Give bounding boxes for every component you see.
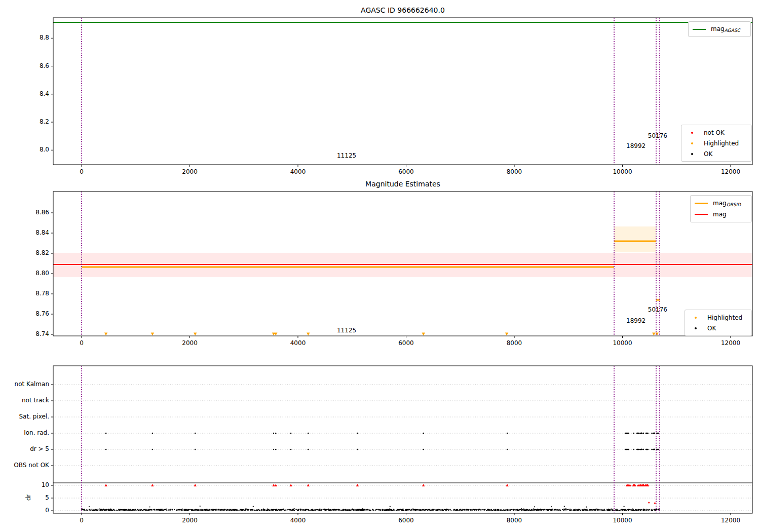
y-tick-label: 8.6 [3, 62, 49, 69]
middle-highlighted-points [15, 4, 760, 5]
y-tick-label: 8.4 [3, 90, 49, 97]
ok-dot-swatch-mid [689, 327, 702, 329]
x-tick-label: 10000 [607, 168, 637, 175]
obsid-uncertainty-band [614, 226, 656, 252]
x-tick-label: 8000 [499, 339, 529, 347]
y-tick-label: 8.80 [3, 270, 49, 277]
y-tick-label: 8.2 [3, 118, 49, 125]
flag-category-label: Ion. rad. [0, 429, 49, 436]
mag-agasc-line-swatch [693, 29, 706, 30]
x-tick-label: 8000 [499, 168, 529, 175]
mag-obsid-line-swatch [695, 203, 708, 204]
x-tick-label: 2000 [175, 339, 205, 347]
top-panel-plot-area [0, 3, 760, 165]
flag-category-label: Sat. pixel. [0, 413, 49, 420]
legend-label-highlighted-mid: Highlighted [707, 314, 742, 321]
flag-points [105, 433, 659, 450]
x-tick-label: 10000 [607, 339, 637, 347]
legend-item-ok: OK [686, 148, 747, 159]
legend-mag-agasc: magAGASC [688, 21, 751, 37]
legend-label-highlighted: Highlighted [704, 140, 739, 147]
flag-category-label: OBS not OK [0, 462, 49, 469]
x-tick-label: 0 [66, 168, 97, 175]
x-tick-label: 2000 [175, 517, 205, 524]
x-tick-label: 10000 [607, 517, 637, 524]
x-tick-label: 4000 [283, 168, 313, 175]
legend-label-ok-mid: OK [707, 325, 716, 332]
plot-canvas [0, 0, 760, 532]
ok-dot-swatch [686, 153, 699, 155]
middle-clipped-low-markers [104, 333, 659, 336]
obsid-annotation: 50176 [635, 306, 680, 313]
x-tick-label: 6000 [391, 168, 422, 175]
axes-spine [53, 366, 752, 513]
legend-item-highlighted-mid: Highlighted [689, 312, 747, 323]
top-plot-title: AGASC ID 966662640.0 [251, 6, 555, 14]
x-tick-label: 8000 [499, 517, 529, 524]
y-tick-label: 8.76 [3, 310, 49, 317]
y-tick-label: 8.82 [3, 249, 49, 256]
x-tick-label: 0 [66, 517, 97, 524]
mag-line-swatch [695, 214, 708, 215]
legend-item-mag-obsid: magOBSID [695, 198, 747, 209]
legend-item-ok-mid: OK [689, 323, 747, 333]
dr-tick-label: 0 [3, 507, 49, 514]
legend-label-mag-obsid: magOBSID [713, 200, 741, 207]
x-tick-label: 0 [66, 339, 97, 347]
dr-not-ok-points [648, 502, 656, 504]
figure-agasc-magnitude-report: AGASC ID 966662640.0 Magnitude Estimates… [0, 0, 760, 532]
legend-item-not-ok: not OK [686, 127, 747, 138]
y-tick-label: 8.0 [3, 146, 49, 153]
legend-label-not-ok: not OK [704, 129, 725, 136]
x-tick-label: 12000 [715, 168, 746, 175]
legend-label-mag: mag [713, 211, 727, 218]
x-tick-label: 2000 [175, 168, 205, 175]
dr-axis-label: dr [25, 495, 32, 501]
flag-category-label: dr > 5 [0, 445, 49, 452]
obsid-annotation: 50176 [635, 132, 680, 139]
obsid-annotation: 11125 [324, 327, 369, 334]
legend-item-mag-agasc: magAGASC [693, 24, 746, 34]
y-tick-label: 8.78 [3, 290, 49, 297]
legend-mag-lines: magOBSID mag [690, 195, 752, 222]
x-tick-label: 4000 [283, 339, 313, 347]
dr-points [81, 506, 660, 511]
y-tick-label: 8.8 [3, 34, 49, 41]
dr-tick-label: 10 [3, 481, 49, 488]
obsid-annotation: 11125 [324, 152, 369, 159]
legend-top-markers: not OK Highlighted OK [681, 125, 752, 162]
x-tick-label: 12000 [715, 339, 746, 347]
middle-plot-title: Magnitude Estimates [251, 180, 555, 188]
legend-label-mag-agasc: magAGASC [711, 25, 740, 33]
flag-category-label: not Kalman [0, 381, 49, 388]
not-ok-dot-swatch [686, 132, 699, 134]
legend-item-highlighted: Highlighted [686, 138, 747, 148]
highlighted-dot-swatch [686, 142, 699, 144]
x-tick-label: 12000 [715, 517, 746, 524]
x-tick-label: 6000 [391, 339, 422, 347]
obsid-annotation: 18992 [613, 142, 659, 149]
highlighted-dot-swatch-mid [689, 317, 702, 319]
top-highlighted-points [123, 3, 760, 5]
y-tick-label: 8.74 [3, 330, 49, 337]
legend-label-ok: OK [704, 150, 712, 158]
bottom-panel-plot-area [53, 366, 752, 513]
legend-middle-markers: Highlighted OK [685, 310, 752, 336]
y-tick-label: 8.86 [3, 209, 49, 216]
x-tick-label: 4000 [283, 517, 313, 524]
x-tick-label: 6000 [391, 517, 422, 524]
flag-category-label: not track [0, 397, 49, 404]
middle-ok-points [0, 4, 760, 6]
legend-item-mag: mag [695, 209, 747, 219]
y-tick-label: 8.84 [3, 229, 49, 236]
obsid-annotation: 18992 [613, 317, 659, 324]
middle-panel-plot-area [0, 4, 760, 336]
top-ok-points [0, 4, 760, 5]
